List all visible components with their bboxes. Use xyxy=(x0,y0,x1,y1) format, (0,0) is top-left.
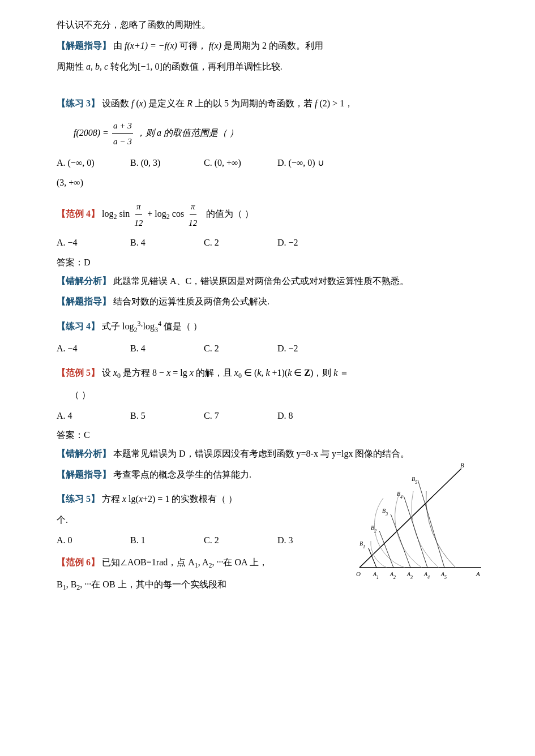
ex4-opt-d: D. −2 xyxy=(277,235,334,251)
exercise3-statement: 【练习 3】 设函数 f (x) 是定义在 R 上的以 5 为周期的奇函数，若 … xyxy=(57,96,490,112)
error-analysis-label-5: 【错解分析】 xyxy=(57,449,111,458)
exercise5-options: A. 0 B. 1 C. 2 D. 3 xyxy=(57,532,337,549)
option-d: D. (−∞, 0) ∪ xyxy=(277,155,334,171)
exercise3-section: 【练习 3】 设函数 f (x) 是定义在 R 上的以 5 为周期的奇函数，若 … xyxy=(57,96,490,191)
example5-statement: 【范例 5】 设 x0 是方程 8 − x = lg x 的解，且 x0 ∈ (… xyxy=(57,365,490,383)
exercise4-statement: 【练习 4】 式子 log23·log34 值是（ ） xyxy=(57,318,490,336)
error-analysis-label: 【错解分析】 xyxy=(57,276,111,286)
example5-options: A. 4 B. 5 C. 7 D. 8 xyxy=(57,408,490,424)
svg-text:A4: A4 xyxy=(423,571,430,580)
ex4-opt-c: C. 2 xyxy=(204,235,260,251)
solution-guide-label-5: 【解题指导】 xyxy=(57,470,111,479)
option-b: B. (0, 3) xyxy=(130,155,187,171)
solution-guide-1-label: 【解题指导】 xyxy=(57,41,111,50)
example6-label: 【范例 6】 xyxy=(57,557,100,567)
solution-guide-1: 【解题指导】 由 f(x+1) = −f(x) 可得， f(x) 是周期为 2 … xyxy=(57,38,490,54)
formula-1: f(x+1) = −f(x) xyxy=(125,41,177,50)
solution-guide-label-4: 【解题指导】 xyxy=(57,297,111,306)
svg-text:A2: A2 xyxy=(390,571,396,580)
exercise5-label: 【练习 5】 xyxy=(57,494,100,504)
ex5-opt-b: B. 5 xyxy=(130,408,187,424)
svg-text:A: A xyxy=(476,570,480,577)
exercise3-options: A. (−∞, 0) B. (0, 3) C. (0, +∞) D. (−∞, … xyxy=(57,155,490,171)
intro-text: 件认识不充分，忽略了函数的周期性。 xyxy=(57,17,490,33)
svg-text:A1: A1 xyxy=(373,571,379,580)
fraction-a3: a + 3 a − 3 xyxy=(112,118,133,149)
page-content: 件认识不充分，忽略了函数的周期性。 【解题指导】 由 f(x+1) = −f(x… xyxy=(57,17,490,621)
ex5b-opt-c: C. 2 xyxy=(204,532,260,549)
svg-text:B5: B5 xyxy=(412,476,417,485)
frac-pi12-cos: π 12 xyxy=(187,199,198,230)
option-a: A. (−∞, 0) xyxy=(57,155,113,171)
exercise4-options: A. −4 B. 4 C. 2 D. −2 xyxy=(57,341,490,357)
example4-statement: 【范例 4】 log2 sin π 12 + log2 cos π 12 的值为… xyxy=(57,199,490,230)
svg-line-5 xyxy=(404,496,427,568)
ex5b-opt-b: B. 1 xyxy=(130,532,187,549)
example4-error-analysis: 【错解分析】 此题常见错误 A、C，错误原因是对两倍角公式或对对数运算性质不熟悉… xyxy=(57,273,490,290)
ex4b-opt-d: D. −2 xyxy=(277,341,334,357)
exercise3-label: 【练习 3】 xyxy=(57,98,100,108)
exercise3-option-d-cont: (3, +∞) xyxy=(57,175,490,191)
svg-line-4 xyxy=(391,514,410,568)
example5-label: 【范例 5】 xyxy=(57,368,100,377)
exercise4-label: 【练习 4】 xyxy=(57,322,100,332)
svg-text:B1: B1 xyxy=(359,540,365,549)
exercise4-section: 【练习 4】 式子 log23·log34 值是（ ） A. −4 B. 4 C… xyxy=(57,318,490,357)
ex4b-opt-a: A. −4 xyxy=(57,341,113,357)
example4-label: 【范例 4】 xyxy=(57,209,100,218)
formula-2: f(x) xyxy=(209,41,221,50)
svg-text:A5: A5 xyxy=(440,571,447,580)
ex5-opt-d: D. 8 xyxy=(277,408,334,424)
example4-options: A. −4 B. 4 C. 2 D. −2 xyxy=(57,235,490,251)
ex5-opt-a: A. 4 xyxy=(57,408,113,424)
ex5-opt-c: C. 7 xyxy=(204,408,260,424)
diagram-container: O A1 A2 A3 A4 A5 A B1 B2 B3 B4 B5 B xyxy=(343,457,490,582)
svg-text:O: O xyxy=(356,570,361,577)
ex4-opt-b: B. 4 xyxy=(130,235,187,251)
example4-solution-guide: 【解题指导】 结合对数的运算性质及两倍角公式解决. xyxy=(57,294,490,310)
example5-answer: 答案：C xyxy=(57,427,490,444)
geometry-diagram: O A1 A2 A3 A4 A5 A B1 B2 B3 B4 B5 B xyxy=(343,457,490,582)
svg-text:B3: B3 xyxy=(382,508,388,517)
ex4b-opt-c: C. 2 xyxy=(204,341,260,357)
frac-pi12-sin: π 12 xyxy=(133,199,144,230)
ex4-opt-a: A. −4 xyxy=(57,235,113,251)
svg-text:B: B xyxy=(460,462,464,469)
exercise5-section: O A1 A2 A3 A4 A5 A B1 B2 B3 B4 B5 B 【练习 … xyxy=(57,491,490,621)
exercise3-formula: f(2008) = a + 3 a − 3 ，则 a 的取值范围是（ ） xyxy=(74,118,490,149)
ex4b-opt-b: B. 4 xyxy=(130,341,187,357)
example4-section: 【范例 4】 log2 sin π 12 + log2 cos π 12 的值为… xyxy=(57,199,490,310)
ex5b-opt-a: A. 0 xyxy=(57,532,113,549)
option-c: C. (0, +∞) xyxy=(204,155,260,171)
example5-blank: （ ） xyxy=(57,387,490,403)
example4-answer: 答案：D xyxy=(57,255,490,271)
solution-guide-1b: 周期性 a, b, c 转化为[−1, 0]的函数值，再利用单调性比较. xyxy=(57,59,490,75)
svg-line-6 xyxy=(418,480,444,568)
svg-text:A3: A3 xyxy=(406,571,413,580)
svg-text:B2: B2 xyxy=(371,525,376,534)
ex5b-opt-d: D. 3 xyxy=(277,532,334,549)
